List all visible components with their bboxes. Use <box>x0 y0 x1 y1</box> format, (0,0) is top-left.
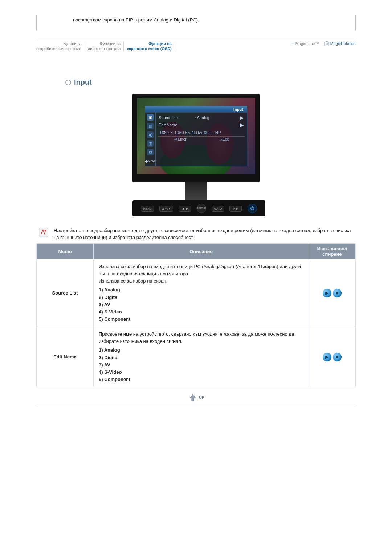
bullet-icon <box>65 80 71 85</box>
osd-row-editname: Edit Name ▶ <box>158 121 245 129</box>
osd-exit-hint: ▭ Exit <box>219 138 229 141</box>
th-play: Изпълнение/ спиране <box>309 244 356 259</box>
arrow-right-icon: ▶ <box>240 122 244 127</box>
osd-resolution-info: 1680 X 1050 65.4kHz/ 60Hz NP <box>158 129 245 136</box>
pip-icon: ◫ <box>147 140 154 147</box>
hw-down-button[interactable]: ▲▼/▼ <box>159 206 173 212</box>
play-stop-editname: ▶ ■ <box>323 353 342 361</box>
nav-direct-control[interactable]: Функции задиректен контрол <box>88 41 124 52</box>
osd-row-sourcelist: Source List : Analog ▶ <box>158 114 245 121</box>
back-to-top[interactable]: UP <box>36 394 356 402</box>
osd-title: Input <box>145 106 247 113</box>
stop-button[interactable]: ■ <box>333 289 342 297</box>
cell-desc-editname: Присвоете име на устройството, свързано … <box>94 327 309 387</box>
trail-text: посредством екрана на PIP в режим Analog… <box>73 17 199 23</box>
play-button[interactable]: ▶ <box>323 353 331 361</box>
osd-enter-hint: ⏎ Enter <box>174 138 187 141</box>
section-nav: Бутони запотребителски контроли Функции … <box>36 39 356 53</box>
th-desc: Описание <box>94 244 309 259</box>
play-button[interactable]: ▶ <box>323 289 331 297</box>
stop-button[interactable]: ■ <box>333 353 342 361</box>
note-text: Настройката по подразбиране може да е др… <box>54 227 354 241</box>
monitor-illustration: Input ▣ ▥ ◀) ◫ ✿ ◆Move Source List <box>36 94 356 216</box>
hw-up-button[interactable]: ▲/▶ <box>179 206 191 212</box>
note-block: Настройката по подразбиране може да е др… <box>36 227 356 241</box>
nav-magicrotation[interactable]: MagicRotation <box>324 41 356 46</box>
cell-menu-editname: Edit Name <box>37 327 94 387</box>
play-stop-sourcelist: ▶ ■ <box>323 289 342 297</box>
hw-menu-button[interactable]: MENU <box>141 206 154 212</box>
move-icon: ◆Move <box>147 158 154 164</box>
osd-panel: Input ▣ ▥ ◀) ◫ ✿ ◆Move Source List <box>145 106 247 166</box>
monitor-button-bar: MENU ▲▼/▼ ▲/▶ SOURCE AUTO PIP ⏻ <box>132 200 265 216</box>
cell-desc-sourcelist: Използва се за избор на входни източници… <box>94 259 309 327</box>
input-icon: ▣ <box>147 114 154 121</box>
sound-icon: ◀) <box>147 131 154 138</box>
osd-sidebar: ▣ ▥ ◀) ◫ ✿ ◆Move <box>145 113 156 166</box>
nav-user-controls[interactable]: Бутони запотребителски контроли <box>36 41 85 52</box>
hw-source-button[interactable]: SOURCE <box>197 204 206 213</box>
hw-auto-button[interactable]: AUTO <box>212 206 224 212</box>
section-title-text: Input <box>74 78 92 86</box>
prev-section-trail: посредством екрана на PIP в режим Analog… <box>36 15 356 30</box>
setup-icon: ✿ <box>147 149 154 155</box>
picture-icon: ▥ <box>147 123 154 129</box>
up-label: UP <box>199 395 204 400</box>
rotation-icon <box>324 41 329 46</box>
table-row: Edit Name Присвоете име на устройството,… <box>37 327 356 387</box>
svg-rect-0 <box>39 228 48 237</box>
cell-menu-sourcelist: Source List <box>37 259 94 327</box>
th-menu: Меню <box>37 244 94 259</box>
table-row: Source List Използва се за избор на вход… <box>37 259 356 327</box>
hw-power-button[interactable]: ⏻ <box>248 204 257 213</box>
svg-point-1 <box>45 230 46 231</box>
hw-pip-button[interactable]: PIP <box>229 206 242 212</box>
section-heading: Input <box>65 78 356 86</box>
nav-magictune[interactable]: ┄ MagicTune™ <box>292 41 319 46</box>
note-icon <box>38 227 49 241</box>
nav-osd-functions[interactable]: Функции наекранното меню (OSD) <box>127 41 175 52</box>
input-menu-table: Меню Описание Изпълнение/ спиране Source… <box>36 243 356 387</box>
arrow-right-icon: ▶ <box>240 115 244 120</box>
